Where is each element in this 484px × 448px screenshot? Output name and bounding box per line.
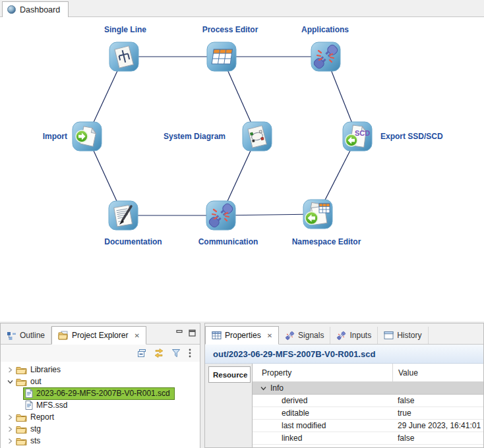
tab-properties-label: Properties: [225, 331, 261, 340]
property-row-editable[interactable]: editable true: [253, 407, 483, 420]
tree-item-label: out: [30, 377, 42, 386]
applications-icon[interactable]: [311, 42, 341, 72]
maximize-icon[interactable]: [189, 329, 196, 337]
process-editor-icon[interactable]: [206, 42, 237, 72]
tree-item-sts[interactable]: sts: [1, 435, 200, 447]
tab-history-label: History: [397, 331, 421, 340]
documentation-icon[interactable]: [108, 200, 138, 231]
properties-table-header: Property Value: [253, 364, 483, 382]
tree-item-label: 2023-06-29-MFS-2007B-V0-R001.scd: [36, 389, 170, 398]
chevron-right-icon[interactable]: [5, 438, 16, 444]
explorer-tab-bar: Outline Project Explorer ✕: [1, 323, 200, 345]
folder-icon: [16, 378, 27, 386]
node-label-documentation[interactable]: Documentation: [94, 237, 173, 246]
chevron-down-icon[interactable]: [260, 385, 266, 391]
tree-item-libraries[interactable]: Libraries: [1, 364, 200, 376]
project-explorer-view: Outline Project Explorer ✕: [0, 323, 200, 448]
properties-table: Property Value Info derived false editab…: [253, 364, 483, 447]
tree-item-label: Libraries: [30, 365, 61, 374]
single-line-icon[interactable]: [109, 42, 139, 72]
system-diagram-icon[interactable]: [242, 121, 272, 152]
tab-history[interactable]: History: [378, 327, 428, 344]
properties-resource-title: out/2023-06-29-MFS-2007B-V0-R001.scd: [205, 345, 483, 364]
property-group-info[interactable]: Info: [253, 382, 483, 395]
explorer-toolbar: [1, 345, 200, 362]
minimize-icon[interactable]: [176, 329, 183, 337]
folder-icon: [16, 437, 27, 445]
node-label-system-diagram[interactable]: System Diagram: [157, 132, 226, 141]
properties-view: Properties ✕ Signals: [204, 323, 484, 448]
properties-tab-bar: Properties ✕ Signals: [205, 323, 483, 345]
dashboard-sphere-icon: [7, 5, 16, 14]
property-value: 29 June 2023, 16:41:01: [398, 421, 481, 430]
tab-signals[interactable]: Signals: [279, 327, 330, 344]
tree-item-label: MFS.ssd: [36, 401, 67, 410]
dashboard-canvas: Single Line Process Editor Applications …: [0, 18, 484, 322]
property-row-last-modified[interactable]: last modified 29 June 2023, 16:41:01: [253, 420, 483, 432]
node-label-namespace-editor[interactable]: Namespace Editor: [284, 237, 369, 246]
properties-content: Resource Property Value Info derived fal…: [205, 364, 483, 447]
window-icon: [384, 331, 394, 340]
column-header-value[interactable]: Value: [392, 364, 418, 381]
export-ssd-scd-icon[interactable]: SCD: [342, 121, 373, 152]
tree-item-scd-file[interactable]: 2023-06-29-MFS-2007B-V0-R001.scd: [1, 387, 200, 399]
node-label-process-editor[interactable]: Process Editor: [191, 25, 270, 34]
folder-icon: [16, 366, 27, 374]
node-label-export-ssd-scd[interactable]: Export SSD/SCD: [380, 132, 479, 141]
tree-item-ssd-file[interactable]: MFS.ssd: [1, 399, 200, 411]
side-tab-resource[interactable]: Resource: [208, 366, 251, 383]
properties-side-tabs: Resource: [205, 364, 253, 447]
chevron-right-icon[interactable]: [5, 426, 16, 432]
tree-item-stg[interactable]: stg: [1, 423, 200, 435]
editor-tab-bar: Dashboard: [0, 0, 484, 17]
view-menu-icon[interactable]: [188, 348, 192, 358]
tab-project-explorer[interactable]: Project Explorer ✕: [51, 326, 146, 345]
property-row-derived[interactable]: derived false: [253, 395, 483, 407]
tab-signals-label: Signals: [298, 331, 324, 340]
folder-icon: [58, 331, 69, 340]
property-name: linked: [253, 434, 302, 443]
application-window: Dashboard Single Line Process Editor App…: [0, 0, 484, 448]
node-label-import[interactable]: Import: [13, 132, 67, 141]
filter-icon[interactable]: [171, 348, 181, 358]
property-name: editable: [253, 408, 309, 418]
communication-icon[interactable]: [206, 200, 236, 231]
close-icon[interactable]: ✕: [267, 332, 272, 339]
node-label-communication[interactable]: Communication: [189, 237, 268, 246]
tree-item-report[interactable]: Report: [1, 411, 200, 423]
import-icon[interactable]: [72, 121, 102, 152]
tab-properties[interactable]: Properties ✕: [205, 326, 279, 345]
chevron-down-icon[interactable]: [5, 379, 16, 385]
tree-item-label: sts: [30, 436, 40, 445]
bottom-panel-area: Outline Project Explorer ✕: [0, 322, 484, 448]
dashboard-connections: [0, 18, 484, 322]
close-icon[interactable]: ✕: [134, 332, 139, 339]
tab-outline[interactable]: Outline: [1, 327, 51, 344]
tree-item-label: Report: [30, 412, 54, 422]
chevron-right-icon[interactable]: [5, 414, 16, 420]
collapse-all-icon[interactable]: [136, 348, 147, 358]
project-tree: Libraries out 2023-0: [1, 362, 200, 448]
svg-text:SCD: SCD: [355, 129, 370, 137]
file-icon: [25, 389, 33, 398]
tab-inputs-label: Inputs: [349, 331, 371, 340]
link-with-editor-icon[interactable]: [154, 348, 164, 358]
node-label-single-line[interactable]: Single Line: [86, 25, 165, 34]
tree-item-out[interactable]: out: [1, 376, 200, 387]
namespace-editor-icon[interactable]: [303, 199, 333, 229]
property-name: derived: [253, 396, 307, 405]
tree-item-label: stg: [30, 424, 41, 434]
selected-row-highlight[interactable]: 2023-06-29-MFS-2007B-V0-R001.scd: [24, 388, 174, 399]
property-value: false: [398, 434, 414, 443]
plug-icon: [336, 331, 346, 341]
tab-inputs[interactable]: Inputs: [330, 327, 378, 344]
tab-dashboard[interactable]: Dashboard: [2, 1, 69, 17]
tab-project-explorer-label: Project Explorer: [72, 331, 128, 340]
property-row-linked[interactable]: linked false: [253, 432, 483, 445]
column-header-property[interactable]: Property: [253, 368, 291, 378]
chevron-right-icon[interactable]: [5, 367, 16, 373]
folder-icon: [16, 413, 27, 422]
property-group-label: Info: [270, 383, 284, 393]
editor-tab-label: Dashboard: [20, 5, 60, 14]
node-label-applications[interactable]: Applications: [286, 25, 365, 34]
